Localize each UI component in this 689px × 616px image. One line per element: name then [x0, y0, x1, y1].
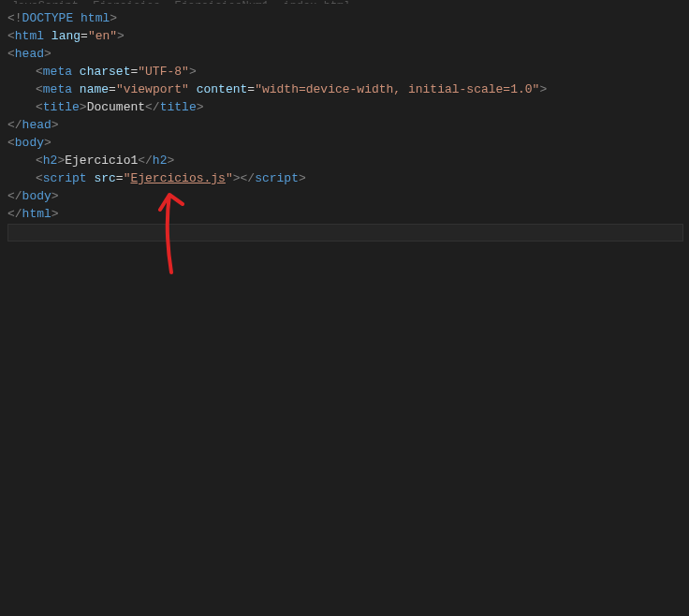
space [73, 11, 81, 25]
punct: > [80, 100, 87, 114]
punct: </ [145, 100, 160, 114]
punct: > [189, 65, 197, 79]
punct: > [110, 11, 117, 25]
eq: = [116, 171, 124, 185]
punct: < [36, 82, 43, 96]
attr: lang [51, 29, 81, 43]
string: "en" [88, 29, 117, 43]
punct: < [36, 65, 43, 79]
tag: body [22, 189, 51, 203]
attr: charset [80, 65, 131, 79]
tag: meta [43, 82, 72, 96]
keyword: html [81, 11, 110, 25]
tag: h2 [43, 154, 58, 168]
punct: <! [7, 11, 22, 25]
punct: < [7, 29, 15, 43]
attr: content [197, 82, 248, 96]
tag: meta [43, 65, 72, 79]
eq: = [81, 29, 88, 43]
breadcrumb-seg[interactable]: EjerciciosNum1 [174, 0, 269, 4]
punct: > [44, 47, 51, 61]
eq: = [109, 82, 116, 96]
breadcrumb-seg: ... [365, 0, 386, 4]
punct: > [233, 171, 241, 185]
punct: </ [138, 154, 153, 168]
punct: > [117, 29, 125, 43]
code-line[interactable]: <html lang="en"> [7, 27, 689, 45]
code-line[interactable]: <meta name="viewport" content="width=dev… [7, 81, 689, 98]
breadcrumb-seg[interactable]: JavaScript [11, 0, 79, 4]
punct: > [51, 189, 59, 203]
code-line[interactable]: <meta charset="UTF-8"> [7, 63, 689, 81]
attr: name [80, 82, 109, 96]
breadcrumb-sep: › [272, 0, 279, 4]
tag: head [22, 118, 51, 132]
tag: title [43, 100, 80, 114]
code-line[interactable]: <h2>Ejercicio1</h2> [7, 152, 689, 169]
code-line[interactable]: </html> [7, 205, 689, 223]
keyword: DOCTYPE [22, 11, 74, 25]
punct: < [36, 154, 43, 168]
breadcrumb-seg[interactable]: index.html [283, 0, 350, 4]
tag: body [15, 136, 44, 150]
text: Ejercicio1 [65, 154, 138, 168]
eq: = [247, 82, 255, 96]
punct: > [197, 100, 204, 114]
breadcrumb-seg[interactable]: Ejercicios [93, 0, 160, 4]
tag: script [43, 171, 87, 185]
code-editor[interactable]: <!DOCTYPE html> <html lang="en"> <head> … [0, 4, 689, 242]
attr: src [94, 171, 115, 185]
tag: html [15, 29, 44, 43]
punct: </ [7, 118, 22, 132]
punct: < [36, 100, 43, 114]
string: "viewport" [116, 82, 189, 96]
punct: > [44, 136, 51, 150]
string: "width=device-width, initial-scale=1.0" [255, 82, 539, 96]
string: "UTF-8" [138, 65, 189, 79]
punct: </ [7, 189, 22, 203]
tag: title [160, 100, 197, 114]
code-line[interactable]: <body> [7, 134, 689, 152]
breadcrumb-sep: › [164, 0, 170, 4]
punct: < [7, 136, 15, 150]
tag: html [22, 207, 51, 221]
breadcrumb[interactable]: JavaScript › Ejercicios › EjerciciosNum1… [0, 0, 689, 4]
punct: > [539, 82, 547, 96]
code-line[interactable]: </body> [7, 187, 689, 205]
code-line[interactable]: <!DOCTYPE html> [7, 9, 689, 27]
punct: </ [7, 207, 22, 221]
punct: > [51, 207, 59, 221]
current-line-highlight[interactable] [7, 224, 683, 242]
punct: </ [241, 171, 256, 185]
string: " [226, 171, 233, 185]
text: Document [87, 100, 145, 114]
code-line[interactable]: </head> [7, 116, 689, 134]
tag: head [15, 47, 44, 61]
tag: h2 [153, 154, 168, 168]
punct: > [51, 118, 59, 132]
punct: < [36, 171, 43, 185]
code-line[interactable]: <title>Document</title> [7, 98, 689, 116]
code-line[interactable]: <script src="Ejercicios.js"></script> [7, 169, 689, 187]
breadcrumb-sep: › [354, 0, 360, 4]
link-string[interactable]: Ejercicios.js [130, 171, 225, 185]
breadcrumb-sep: › [82, 0, 89, 4]
punct: > [167, 154, 174, 168]
punct: < [7, 47, 15, 61]
code-line[interactable]: <head> [7, 45, 689, 63]
tag: script [255, 171, 299, 185]
punct: > [299, 171, 306, 185]
